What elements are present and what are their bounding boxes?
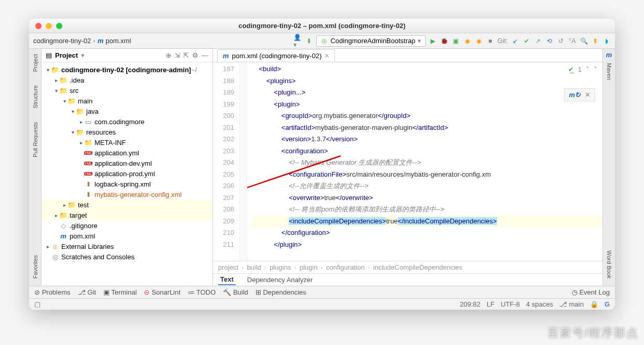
tree-metainf[interactable]: ▸📁META-INF [42, 137, 212, 148]
tree-logback-xml[interactable]: ⬍logback-spring.xml [42, 179, 212, 189]
zoom-window-button[interactable] [56, 23, 62, 29]
spring-icon: ◎ [320, 37, 328, 45]
build-tool[interactable]: 🔨 Build [223, 288, 248, 296]
chevron-up-icon: ˄ [586, 65, 589, 73]
breadcrumb-project: codingmore-tiny-02 [33, 37, 91, 45]
hide-icon[interactable]: — [202, 51, 208, 59]
ide-window: codingmore-tiny-02 – pom.xml (codingmore… [29, 19, 615, 310]
terminal-tool[interactable]: ▣ Terminal [103, 288, 137, 296]
problems-tool[interactable]: ⊘ Problems [34, 288, 71, 296]
translate-icon[interactable]: ᵀA [568, 37, 576, 45]
select-opened-file-icon[interactable]: ⊕ [166, 51, 171, 59]
maven-reload-icon: m↻ [569, 91, 581, 99]
line-gutter: 187188189199 200201202203 204205206207 2… [213, 62, 240, 261]
vcs-rollback-icon[interactable]: ↺ [557, 37, 565, 45]
debug-icon[interactable]: 🐞 [440, 37, 449, 45]
coverage-icon[interactable]: ▣ [452, 37, 460, 45]
close-window-button[interactable] [35, 23, 42, 29]
tab-pom-xml[interactable]: m pom.xml (codingmore-tiny-02) ✕ [217, 49, 335, 62]
chevron-down-icon[interactable]: ▾ [81, 51, 85, 59]
pull-requests-tool-tab[interactable]: Pull Requests [31, 119, 39, 161]
tree-application-prod-yml[interactable]: YMLapplication-prod.yml [42, 168, 212, 179]
project-panel: ▤ Project ▾ ⊕ ⇲ ⇱ ⚙ — ▾📁codingmore-tiny-… [42, 49, 213, 286]
left-tool-strip: Project Structure Pull Requests Favorite… [29, 49, 42, 286]
breadcrumb-file: pom.xml [105, 37, 131, 45]
user-dropdown-icon[interactable]: 👤▾ [293, 37, 302, 45]
collapse-all-icon[interactable]: ⇱ [183, 51, 189, 59]
tree-external-libraries[interactable]: ▸⫼External Libraries [42, 241, 212, 251]
maven-icon: m [606, 51, 612, 59]
tree-gitignore[interactable]: ◇.gitignore [42, 220, 212, 231]
code-content[interactable]: ✔̲ 1 ˄ ˅ m↻ ✕ <build> <plugins> <plugin.… [247, 62, 602, 261]
tree-java[interactable]: ▾📁java [42, 106, 212, 116]
minimize-window-button[interactable] [46, 23, 52, 29]
editor-area: m pom.xml (codingmore-tiny-02) ✕ 1871881… [213, 49, 602, 286]
breadcrumb[interactable]: codingmore-tiny-02 › m pom.xml [33, 37, 131, 45]
stop-icon[interactable]: ■ [486, 37, 494, 45]
favorites-tool-tab[interactable]: Favorites [31, 252, 39, 282]
status-left-icon[interactable]: ▢ [34, 300, 41, 308]
tree-mybatis-config-xml[interactable]: ⬍mybatis-generator-config.xml [42, 189, 212, 200]
hammer-icon[interactable]: ⬇ [305, 37, 313, 45]
run-icon[interactable]: ▶ [429, 37, 437, 45]
navigation-bar: codingmore-tiny-02 › m pom.xml 👤▾ ⬇ ◎ Co… [29, 33, 615, 49]
tree-target[interactable]: ▸📁target [42, 210, 212, 220]
subtab-text[interactable]: Text [218, 274, 236, 285]
expand-all-icon[interactable]: ⇲ [175, 51, 180, 59]
status-branch[interactable]: ⎇ main [559, 300, 584, 308]
vcs-push-icon[interactable]: ↗ [534, 37, 542, 45]
status-line-sep[interactable]: LF [487, 300, 494, 308]
inspections-count: 1 [578, 65, 582, 73]
bottom-tool-bar: ⊘ Problems ⎇ Git ▣ Terminal ⊝ SonarLint … [29, 286, 615, 298]
subtab-dependency-analyzer[interactable]: Dependency Analyzer [245, 275, 315, 285]
run-configuration-selector[interactable]: ◎ CodingmoreAdminBootstrap ▾ [316, 35, 425, 47]
tree-pom[interactable]: mpom.xml [42, 231, 212, 241]
sonarlint-tool[interactable]: ⊝ SonarLint [144, 288, 180, 296]
gear-icon[interactable]: ⚙ [192, 51, 198, 59]
breadcrumb-bar[interactable]: project› build› plugins› plugin› configu… [213, 261, 602, 273]
chevron-down-icon: ˅ [594, 65, 597, 73]
status-indent[interactable]: 4 spaces [526, 300, 553, 308]
git-tool[interactable]: ⎇ Git [78, 288, 96, 296]
ide-settings-icon[interactable]: ⬆ [591, 37, 599, 45]
search-icon[interactable]: 🔍 [580, 37, 588, 45]
concurrency-icon[interactable]: ◉ [475, 37, 483, 45]
lock-icon[interactable]: 🔒 [590, 300, 598, 308]
todo-tool[interactable]: ≔ TODO [188, 288, 216, 296]
tree-application-yml[interactable]: YMLapplication.yml [42, 148, 212, 158]
dependencies-tool[interactable]: ⊞ Dependencies [256, 288, 306, 296]
tree-application-dev-yml[interactable]: YMLapplication-dev.yml [42, 158, 212, 168]
maven-tool-tab[interactable]: Maven [605, 60, 613, 83]
tree-package[interactable]: ▸▭com.codingmore [42, 116, 212, 127]
vcs-history-icon[interactable]: ⟲ [545, 37, 554, 45]
profile-icon[interactable]: ◉ [463, 37, 472, 45]
git-label: Git: [498, 37, 508, 45]
maven-reload-popup[interactable]: m↻ ✕ [564, 88, 595, 101]
status-caret[interactable]: 209:82 [460, 300, 480, 308]
close-tab-icon[interactable]: ✕ [325, 52, 329, 59]
tree-src[interactable]: ▾📁src [42, 85, 212, 96]
inspections-widget[interactable]: ✔̲ 1 ˄ ˅ [568, 65, 597, 73]
maven-icon: m [98, 37, 104, 45]
source-watermark: 百家号/程序那点 [547, 325, 639, 341]
tree-main[interactable]: ▾📁main [42, 96, 212, 106]
structure-tool-tab[interactable]: Structure [31, 82, 39, 112]
close-icon[interactable]: ✕ [585, 91, 591, 99]
vcs-update-icon[interactable]: ↙ [511, 37, 519, 45]
status-encoding[interactable]: UTF-8 [501, 300, 520, 308]
tree-root[interactable]: ▾📁codingmore-tiny-02 [codingmore-admin] … [42, 64, 212, 75]
project-tool-tab[interactable]: Project [31, 51, 39, 75]
tab-label: pom.xml (codingmore-tiny-02) [232, 52, 322, 60]
tree-test[interactable]: ▸📁test [42, 200, 212, 210]
word-book-tool-tab[interactable]: Word Book [605, 247, 613, 282]
tree-resources[interactable]: ▾📁resources [42, 127, 212, 137]
tree-scratches[interactable]: ◎Scratches and Consoles [42, 251, 212, 262]
project-panel-header: ▤ Project ▾ ⊕ ⇲ ⇱ ⚙ — [42, 49, 212, 62]
vcs-commit-icon[interactable]: ✔ [522, 37, 531, 45]
plugin-icon[interactable]: ◗ [602, 37, 611, 45]
google-icon[interactable]: G [605, 300, 610, 308]
tree-idea[interactable]: ▸📁.idea [42, 75, 212, 85]
event-log-tool[interactable]: ◷ Event Log [572, 288, 610, 296]
window-title: codingmore-tiny-02 – pom.xml (codingmore… [29, 22, 615, 30]
project-panel-title: Project [55, 51, 78, 59]
